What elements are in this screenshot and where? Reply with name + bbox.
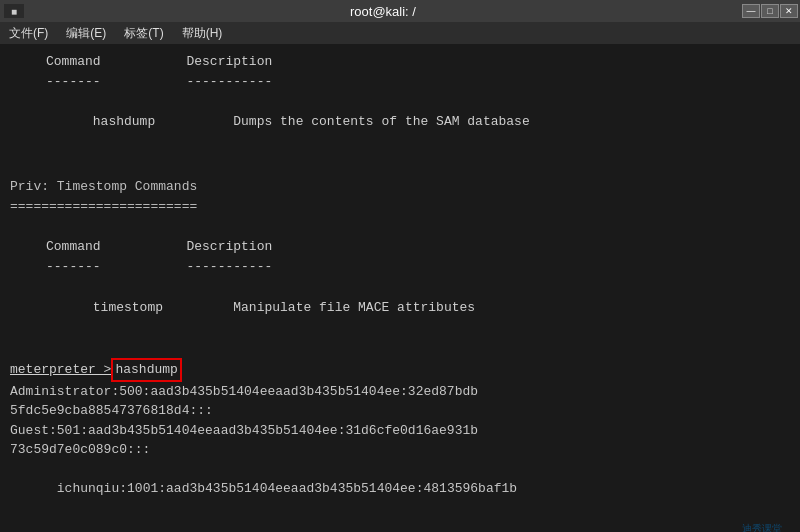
menu-tabs[interactable]: 标签(T) xyxy=(121,24,166,43)
menu-edit[interactable]: 编辑(E) xyxy=(63,24,109,43)
prompt-line-1: meterpreter > hashdump xyxy=(10,358,790,382)
window-title: root@kali: / xyxy=(24,4,742,19)
hashdump-command: hashdump xyxy=(111,358,181,382)
window-controls: — □ ✕ xyxy=(742,4,798,18)
blank2 xyxy=(10,217,790,237)
title-bar: ■ root@kali: / — □ ✕ xyxy=(0,0,800,22)
prompt1: meterpreter > xyxy=(10,360,111,380)
watermark: 迪秀课堂 xyxy=(742,521,782,532)
hash-admin-1: Administrator:500:aad3b435b51404eeaad3b4… xyxy=(10,382,790,402)
menu-file[interactable]: 文件(F) xyxy=(6,24,51,43)
hash-guest-1: Guest:501:aad3b435b51404eeaad3b435b51404… xyxy=(10,421,790,441)
blank1 xyxy=(10,153,790,173)
minimize-button[interactable]: — xyxy=(742,4,760,18)
section1-hashdump: hashdump Dumps the contents of the SAM d… xyxy=(10,92,790,152)
section2-header: Command Description xyxy=(10,237,790,257)
section2-divider: ------- ----------- xyxy=(10,257,790,277)
window-icon: ■ xyxy=(4,4,24,18)
restore-button[interactable]: □ xyxy=(761,4,779,18)
menu-help[interactable]: 帮助(H) xyxy=(179,24,226,43)
terminal-window: ■ root@kali: / — □ ✕ 文件(F) 编辑(E) 标签(T) 帮… xyxy=(0,0,800,532)
hash-admin-2: 5fdc5e9cba88547376818d4::: xyxy=(10,401,790,421)
section1-header: Command Description xyxy=(10,52,790,72)
section2-title: Priv: Timestomp Commands xyxy=(10,177,790,197)
hash-guest-2: 73c59d7e0c089c0::: xyxy=(10,440,790,460)
blank3 xyxy=(10,338,790,358)
menu-bar: 文件(F) 编辑(E) 标签(T) 帮助(H) xyxy=(0,22,800,44)
section1-divider: ------- ----------- xyxy=(10,72,790,92)
section2-equals: ======================== xyxy=(10,197,790,217)
section2-timestomp: timestomp Manipulate file MACE attribute… xyxy=(10,278,790,338)
hash-ichunqiu-1: ichunqiu:1001:aad3b435b51404eeaad3b435b5… xyxy=(10,460,790,532)
close-button[interactable]: ✕ xyxy=(780,4,798,18)
terminal-output: Command Description ------- ----------- … xyxy=(0,44,800,532)
